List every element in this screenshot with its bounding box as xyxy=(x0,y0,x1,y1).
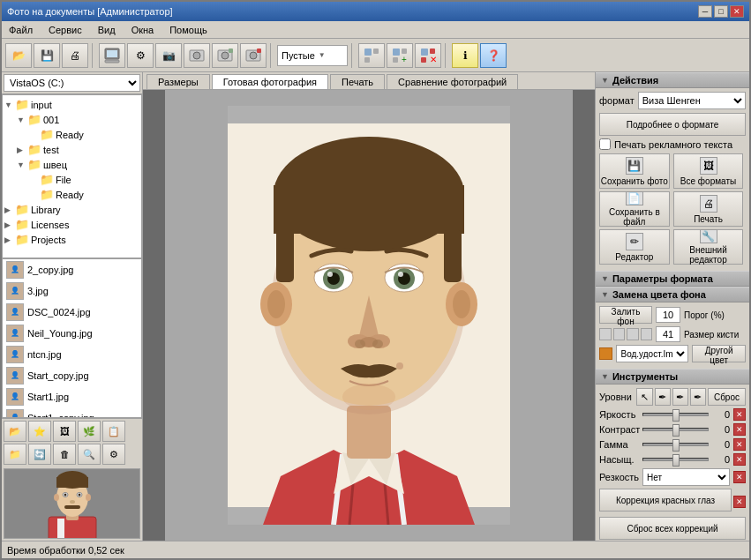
brush-size-input[interactable] xyxy=(656,326,680,342)
tool-scan[interactable] xyxy=(99,43,125,68)
tool-action3[interactable]: ✕ xyxy=(415,43,441,68)
gamma-remove-btn[interactable]: ✕ xyxy=(733,438,746,451)
actions-section-header[interactable]: ▼ Действия xyxy=(596,72,749,88)
lb-btn-2[interactable]: ⭐ xyxy=(28,421,51,442)
bg-replace-header[interactable]: ▼ Замена цвета фона xyxy=(596,287,749,302)
lb-btn-1[interactable]: 📂 xyxy=(4,421,26,442)
tree-item-ready1[interactable]: 📁 Ready xyxy=(4,127,139,142)
lb-btn-10[interactable]: ⚙ xyxy=(102,444,125,465)
tool-photo3[interactable] xyxy=(240,43,267,68)
tool-print[interactable]: 🖨 xyxy=(62,43,88,68)
menu-service[interactable]: Сервис xyxy=(45,24,86,36)
file-item[interactable]: 👤 3.jpg xyxy=(3,280,141,302)
file-item[interactable]: 👤 ntcn.jpg xyxy=(3,344,141,365)
save-file-btn[interactable]: 📄 Сохранить в файл xyxy=(599,191,670,227)
tree-item-shvec[interactable]: ▼ 📁 швец xyxy=(4,157,139,172)
levels-dropper2-btn[interactable]: ✒ xyxy=(672,388,688,406)
lb-btn-8[interactable]: 🗑 xyxy=(53,444,76,465)
file-item[interactable]: 👤 2_copy.jpg xyxy=(3,259,141,280)
close-button[interactable]: ✕ xyxy=(730,5,744,18)
tree-item-ready2[interactable]: 📁 Ready xyxy=(4,187,139,202)
color-swatch-3[interactable] xyxy=(627,328,639,340)
tree-item-licenses[interactable]: ▶ 📁 Licenses xyxy=(4,217,139,232)
file-item[interactable]: 👤 Neil_Young.jpg xyxy=(3,323,141,344)
tool-action1[interactable] xyxy=(358,43,385,68)
file-item[interactable]: 👤 Start_copy.jpg xyxy=(3,365,141,386)
brightness-remove-btn[interactable]: ✕ xyxy=(733,408,746,421)
contrast-slider[interactable] xyxy=(642,428,709,431)
menu-view[interactable]: Вид xyxy=(94,24,119,36)
bg-replace-content: Залить фон Порог (%) Размер кисти xyxy=(596,302,749,369)
tool-info[interactable]: ℹ xyxy=(452,43,478,68)
saturation-slider[interactable] xyxy=(642,458,709,461)
print-ad-checkbox[interactable] xyxy=(599,138,611,150)
tree-item-library[interactable]: ▶ 📁 Library xyxy=(4,202,139,217)
water-select[interactable]: Вод.удост.Im xyxy=(616,345,688,362)
template-dropdown[interactable]: Пустые ▼ xyxy=(277,45,348,66)
water-color-swatch[interactable] xyxy=(599,347,612,360)
lb-btn-7[interactable]: 🔄 xyxy=(28,444,51,465)
tools-section-header[interactable]: ▼ Инструменты xyxy=(596,369,749,385)
fill-bg-btn[interactable]: Залить фон xyxy=(599,306,652,324)
lb-btn-3[interactable]: 🖼 xyxy=(53,421,76,442)
fill-value-input[interactable] xyxy=(656,307,680,323)
color-swatch-4[interactable] xyxy=(641,328,653,340)
tree-item-projects[interactable]: ▶ 📁 Projects xyxy=(4,232,139,247)
red-eye-remove-btn[interactable]: ✕ xyxy=(733,496,746,508)
color-swatch-2[interactable] xyxy=(613,328,626,340)
tree-item-test[interactable]: ▶ 📁 test xyxy=(4,142,139,157)
sharpness-remove-btn[interactable]: ✕ xyxy=(733,471,746,483)
format-params-header[interactable]: ▼ Параметры формата xyxy=(596,271,749,287)
menu-file[interactable]: Файл xyxy=(5,24,36,36)
minimize-button[interactable]: ─ xyxy=(698,5,712,18)
editor-btn[interactable]: ✏ Редактор xyxy=(599,229,670,265)
contrast-remove-btn[interactable]: ✕ xyxy=(733,423,746,436)
tree-item-file[interactable]: 📁 File xyxy=(4,172,139,187)
print-btn[interactable]: 🖨 Печать xyxy=(673,191,744,227)
tree-item-input[interactable]: ▼ 📁 input xyxy=(4,97,139,112)
levels-dropper1-btn[interactable]: ✒ xyxy=(655,388,671,406)
tab-sizes[interactable]: Размеры xyxy=(146,74,210,89)
tool-settings[interactable]: ⚙ xyxy=(127,43,154,68)
other-color-btn[interactable]: Другой цвет xyxy=(692,345,746,362)
tool-action2[interactable]: + xyxy=(387,43,413,68)
lb-btn-6[interactable]: 📁 xyxy=(4,444,26,465)
color-swatch-1[interactable] xyxy=(599,328,612,340)
red-eye-btn[interactable]: Коррекция красных глаз xyxy=(599,489,732,511)
tab-ready-photo[interactable]: Готовая фотография xyxy=(212,74,328,89)
levels-dropper3-btn[interactable]: ✒ xyxy=(690,388,706,406)
lb-btn-5[interactable]: 📋 xyxy=(102,421,125,442)
save-photo-btn[interactable]: 💾 Сохранить фото xyxy=(599,153,670,189)
maximize-button[interactable]: □ xyxy=(714,5,728,18)
file-item[interactable]: 👤 Start1_copy.jpg xyxy=(3,407,141,419)
format-detail-btn[interactable]: Подробнее о формате xyxy=(599,113,746,136)
lb-btn-4[interactable]: 🌿 xyxy=(78,421,101,442)
levels-cursor-btn[interactable]: ↖ xyxy=(636,388,652,406)
file-item[interactable]: 👤 Start1.jpg xyxy=(3,386,141,407)
reset-all-btn[interactable]: Сброс всех коррекций xyxy=(599,517,746,540)
tab-compare[interactable]: Сравнение фотографий xyxy=(387,74,518,89)
tool-help[interactable]: ❓ xyxy=(480,43,507,68)
tool-camera[interactable]: 📷 xyxy=(155,43,182,68)
reset-btn[interactable]: Сброс xyxy=(708,388,746,406)
drive-select[interactable]: VistaOS (C:) xyxy=(4,74,140,92)
all-formats-btn[interactable]: 🖼 Все форматы xyxy=(673,153,744,189)
tool-open[interactable]: 📂 xyxy=(5,43,32,68)
brightness-slider[interactable] xyxy=(642,413,709,416)
menu-help[interactable]: Помощь xyxy=(166,24,211,36)
tree-item-001[interactable]: ▼ 📁 001 xyxy=(4,112,139,127)
ext-editor-btn[interactable]: 🔧 Внешний редактор xyxy=(673,229,744,265)
sharpness-select[interactable]: Нет xyxy=(642,468,730,486)
file-thumb: 👤 xyxy=(6,388,24,406)
menu-windows[interactable]: Окна xyxy=(128,24,158,36)
format-select[interactable]: Виза Шенген xyxy=(638,92,746,109)
tool-photo1[interactable] xyxy=(184,43,210,68)
lb-btn-9[interactable]: 🔍 xyxy=(78,444,101,465)
saturation-remove-btn[interactable]: ✕ xyxy=(733,453,746,466)
svg-rect-13 xyxy=(364,57,370,63)
tool-save[interactable]: 💾 xyxy=(34,43,60,68)
tab-print[interactable]: Печать xyxy=(330,74,385,89)
file-item[interactable]: 👤 DSC_0024.jpg xyxy=(3,302,141,323)
tool-photo2[interactable] xyxy=(212,43,238,68)
gamma-slider[interactable] xyxy=(642,443,709,446)
